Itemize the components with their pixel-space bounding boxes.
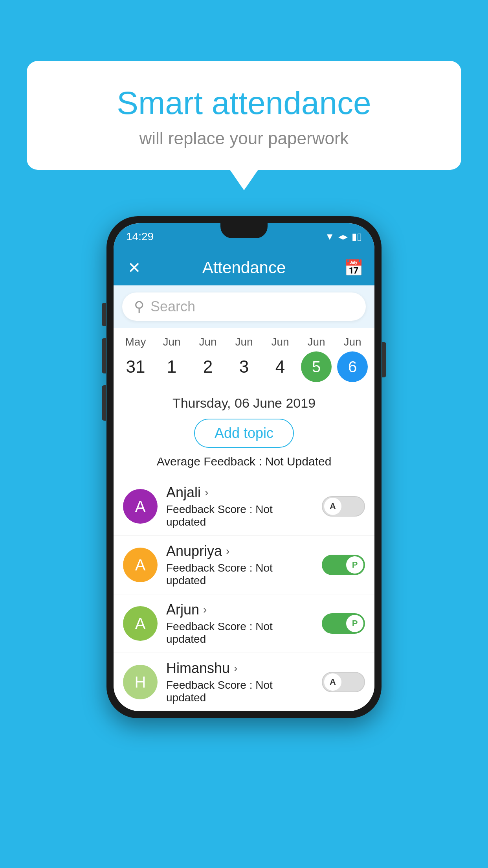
toggle-knob-anupriya: P (346, 556, 363, 574)
avg-feedback-label: Average Feedback : (157, 455, 262, 468)
cal-date-cell-1[interactable]: 1 (154, 357, 189, 377)
chevron-icon: › (205, 486, 208, 499)
student-info-arjun: Arjun › Feedback Score : Not updated (166, 601, 313, 645)
calendar-dates-row: 31 1 2 3 4 5 (114, 351, 374, 382)
toggle-himanshu[interactable]: A (322, 672, 365, 692)
selected-date-text: Thursday, 06 June 2019 (114, 395, 374, 411)
student-info-anjali: Anjali › Feedback Score : Not updated (166, 484, 313, 528)
chevron-icon: › (203, 603, 207, 616)
cal-date-6-active[interactable]: 6 (337, 351, 368, 382)
signal-icon: ◂▸ (338, 231, 348, 242)
close-icon[interactable]: ✕ (125, 259, 144, 277)
wifi-icon: ▼ (325, 231, 334, 242)
add-topic-button[interactable]: Add topic (194, 419, 294, 448)
avatar-anjali: A (123, 489, 158, 524)
cal-date-cell-6[interactable]: 6 (335, 351, 370, 382)
toggle-switch-anjali[interactable]: A (322, 496, 365, 517)
cal-date-3[interactable]: 3 (227, 357, 261, 377)
status-icons: ▼ ◂▸ ▮▯ (325, 231, 362, 242)
chevron-icon: › (234, 662, 237, 675)
status-bar: 14:29 ▼ ◂▸ ▮▯ (114, 223, 374, 250)
volume-button-2 (102, 338, 106, 373)
student-name-himanshu[interactable]: Himanshu › (166, 660, 313, 677)
student-item-himanshu[interactable]: H Himanshu › Feedback Score : Not update… (114, 653, 374, 711)
avg-feedback-value: Not Updated (265, 455, 331, 468)
battery-icon: ▮▯ (352, 231, 362, 242)
student-name-anjali[interactable]: Anjali › (166, 484, 313, 501)
cal-date-2[interactable]: 2 (191, 357, 225, 377)
calendar-months-row: May Jun Jun Jun Jun Jun Jun (114, 336, 374, 348)
toggle-anupriya[interactable]: P (322, 555, 365, 575)
power-button (382, 342, 386, 377)
cal-month-6[interactable]: Jun (335, 336, 370, 348)
notch (220, 223, 268, 238)
cal-date-4[interactable]: 4 (263, 357, 297, 377)
student-info-himanshu: Himanshu › Feedback Score : Not updated (166, 660, 313, 704)
student-list: A Anjali › Feedback Score : Not updated (114, 477, 374, 711)
toggle-anjali[interactable]: A (322, 496, 365, 517)
cal-month-2[interactable]: Jun (191, 336, 225, 348)
feedback-score-arjun: Feedback Score : Not updated (166, 620, 313, 645)
feedback-score-himanshu: Feedback Score : Not updated (166, 679, 313, 704)
cal-date-cell-5[interactable]: 5 (299, 351, 334, 382)
search-icon: ⚲ (134, 298, 144, 315)
toggle-knob-himanshu: A (324, 673, 341, 691)
volume-button-1 (102, 303, 106, 326)
search-bar[interactable]: ⚲ Search (122, 292, 366, 321)
cal-date-cell-4[interactable]: 4 (263, 357, 297, 377)
speech-bubble-subtitle: will replace your paperwork (58, 129, 430, 148)
selected-date-section: Thursday, 06 June 2019 Add topic Average… (114, 386, 374, 477)
student-item-anjali[interactable]: A Anjali › Feedback Score : Not updated (114, 477, 374, 535)
cal-date-cell-0[interactable]: 31 (118, 357, 153, 377)
cal-date-cell-2[interactable]: 2 (191, 357, 225, 377)
cal-date-31[interactable]: 31 (118, 357, 153, 377)
student-name-anupriya[interactable]: Anupriya › (166, 543, 313, 559)
toggle-knob-arjun: P (346, 615, 363, 632)
avg-feedback: Average Feedback : Not Updated (114, 455, 374, 472)
speech-bubble: Smart attendance will replace your paper… (27, 61, 461, 170)
cal-date-1[interactable]: 1 (154, 357, 189, 377)
status-time: 14:29 (126, 230, 154, 243)
volume-button-3 (102, 385, 106, 421)
avatar-arjun: A (123, 606, 158, 641)
search-input[interactable]: Search (150, 298, 195, 315)
cal-month-1[interactable]: Jun (154, 336, 189, 348)
calendar-section: May Jun Jun Jun Jun Jun Jun 31 1 (114, 328, 374, 386)
cal-date-cell-3[interactable]: 3 (227, 357, 261, 377)
cal-month-0[interactable]: May (118, 336, 153, 348)
avatar-himanshu: H (123, 665, 158, 699)
search-container: ⚲ Search (114, 285, 374, 328)
speech-bubble-title: Smart attendance (58, 85, 430, 121)
app-bar: ✕ Attendance 📅 (114, 250, 374, 285)
student-info-anupriya: Anupriya › Feedback Score : Not updated (166, 543, 313, 587)
feedback-score-anjali: Feedback Score : Not updated (166, 503, 313, 528)
chevron-icon: › (226, 545, 229, 557)
student-name-arjun[interactable]: Arjun › (166, 601, 313, 618)
cal-month-4[interactable]: Jun (263, 336, 297, 348)
student-item-arjun[interactable]: A Arjun › Feedback Score : Not updated (114, 594, 374, 653)
toggle-arjun[interactable]: P (322, 613, 365, 634)
toggle-knob-anjali: A (324, 498, 341, 515)
app-bar-title: Attendance (144, 258, 344, 277)
toggle-switch-arjun[interactable]: P (322, 613, 365, 634)
avatar-anupriya: A (123, 548, 158, 582)
toggle-switch-anupriya[interactable]: P (322, 555, 365, 575)
toggle-switch-himanshu[interactable]: A (322, 672, 365, 692)
speech-bubble-container: Smart attendance will replace your paper… (27, 61, 461, 170)
cal-date-5-active[interactable]: 5 (301, 351, 332, 382)
feedback-score-anupriya: Feedback Score : Not updated (166, 562, 313, 587)
cal-month-3[interactable]: Jun (227, 336, 261, 348)
phone-frame: 14:29 ▼ ◂▸ ▮▯ ✕ Attendance 📅 ⚲ Search (106, 216, 382, 718)
cal-month-5[interactable]: Jun (299, 336, 334, 348)
student-item-anupriya[interactable]: A Anupriya › Feedback Score : Not update… (114, 535, 374, 594)
calendar-icon[interactable]: 📅 (344, 259, 363, 277)
